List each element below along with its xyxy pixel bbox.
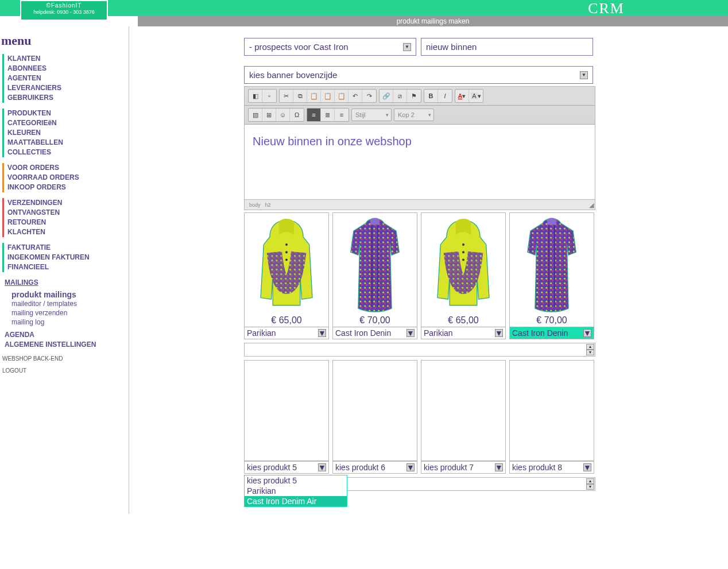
dropdown-option[interactable]: Cast Iron Denim Air [245, 496, 347, 506]
link-icon[interactable]: 🔗 [380, 90, 393, 102]
chevron-down-icon: ▼ [403, 43, 411, 51]
empty-product-slot [509, 360, 594, 461]
sidebar-item-klachten[interactable]: KLACHTEN [7, 227, 126, 237]
undo-icon[interactable]: ↶ [348, 90, 362, 102]
product-image [510, 213, 594, 314]
specialchar-icon[interactable]: Ω [290, 109, 304, 121]
product-row-1: € 65,00Parikian▼€ 70,00Cast Iron Denin▼€… [244, 212, 728, 339]
unlink-icon[interactable]: ⧄ [393, 90, 407, 102]
product-select-empty[interactable]: kies produkt 8▼ [509, 461, 594, 474]
sidebar-item-mailings[interactable]: MAILINGS [5, 278, 126, 288]
product-select[interactable]: Parikian▼ [245, 327, 328, 339]
dropdown-option[interactable]: kies produkt 5 [245, 475, 347, 486]
image-icon[interactable]: ▧ [249, 109, 262, 121]
sidebar-item-klanten[interactable]: KLANTEN [7, 54, 126, 64]
sidebar-item-produkten[interactable]: PRODUKTEN [7, 109, 126, 118]
sidebar-item-gebruikers[interactable]: GEBRUIKERS [7, 93, 126, 103]
product-select[interactable]: Cast Iron Denin▼ [333, 327, 417, 339]
sidebar-item-agenten[interactable]: AGENTEN [7, 73, 126, 83]
format-select[interactable]: Kop 2 [394, 109, 434, 121]
sidebar-item-agenda[interactable]: AGENDA [5, 330, 126, 340]
chevron-down-icon: ▼ [495, 329, 503, 337]
brand-helpdesk: helpdesk: 0930 - 303 3876 [21, 9, 107, 15]
product-card: € 70,00Cast Iron Denin▼ [332, 212, 417, 339]
step-down-icon[interactable]: ▼ [586, 484, 594, 490]
sidebar-item-collecties[interactable]: COLLECTIES [7, 148, 126, 157]
paste-text-icon[interactable]: 📋 [321, 90, 335, 102]
sidebar-item-ingekomen-fakturen[interactable]: INGEKOMEN FAKTUREN [7, 253, 126, 262]
dropdown-option[interactable]: Parikian [245, 486, 347, 496]
bgcolor-icon[interactable]: A▾ [469, 90, 483, 102]
product-select-value: kies produkt 8 [512, 463, 562, 472]
italic-icon[interactable]: I [438, 90, 452, 102]
brand-box: ©FashionIT helpdesk: 0930 - 303 3876 [20, 0, 108, 21]
smiley-icon[interactable]: ☺ [276, 109, 290, 121]
sidebar-item-verzendingen[interactable]: VERZENDINGEN [7, 198, 126, 208]
sidebar-sub-mailing-log[interactable]: mailing log [11, 318, 126, 327]
sidebar-item-fakturatie[interactable]: FAKTURATIE [7, 243, 126, 253]
step-down-icon[interactable]: ▼ [586, 350, 594, 355]
sidebar-item-financieel[interactable]: FINANCIEEL [7, 262, 126, 272]
sidebar-item-algemene-instellingen[interactable]: ALGEMENE INSTELLINGEN [5, 340, 126, 350]
product-card: € 65,00Parikian▼ [421, 212, 506, 339]
sidebar-item-logout[interactable]: LOGOUT [2, 367, 126, 374]
redo-icon[interactable]: ↷ [362, 90, 376, 102]
editor-toolbar-row2: ▧ ⊞ ☺ Ω ≡ ≣ ≡ Stijl Kop 2 [245, 106, 595, 125]
copy-icon[interactable]: ⧉ [293, 90, 307, 102]
subject-input[interactable] [421, 38, 593, 56]
product-select-empty[interactable]: kies produkt 5▼ [244, 461, 329, 474]
product-select[interactable]: Cast Iron Denin▼ [510, 327, 594, 339]
table-icon[interactable]: ⊞ [262, 109, 276, 121]
prospects-select[interactable]: - prospects voor Cast Iron ▼ [244, 38, 416, 56]
sidebar-sub-produkt-mailings[interactable]: produkt mailings [11, 290, 126, 299]
resize-handle-icon[interactable]: ◢ [589, 202, 594, 209]
align-center-icon[interactable]: ≣ [321, 109, 335, 121]
sidebar-item-abonnees[interactable]: ABONNEES [7, 64, 126, 73]
sidebar-item-categorieen[interactable]: CATEGORIEëN [7, 118, 126, 128]
product-select-empty[interactable]: kies produkt 6▼ [332, 461, 417, 474]
product-select[interactable]: Parikian▼ [421, 327, 505, 339]
paste-icon[interactable]: 📋 [307, 90, 321, 102]
editor-path-body[interactable]: body [249, 202, 261, 208]
sidebar-item-webshop-backend[interactable]: WEBSHOP BACK-END [2, 355, 126, 362]
empty-product-slot [332, 360, 417, 461]
sidebar-item-maattabellen[interactable]: MAATTABELLEN [7, 138, 126, 148]
product-select-value: Parikian [424, 328, 453, 338]
sidebar-item-voor-orders[interactable]: VOOR ORDERS [7, 163, 126, 173]
product-image [421, 213, 505, 314]
banner-select[interactable]: kies banner bovenzijde ▼ [244, 66, 593, 84]
sidebar-item-inkoop-orders[interactable]: INKOOP ORDERS [7, 183, 126, 192]
product-price: € 70,00 [510, 314, 594, 327]
sidebar-item-voorraad-orders[interactable]: VOORRAAD ORDERS [7, 173, 126, 183]
paste-word-icon[interactable]: 📋 [335, 90, 348, 102]
product-select-dropdown[interactable]: kies produkt 5ParikianCast Iron Denim Ai… [244, 475, 347, 507]
editor-path-h2[interactable]: h2 [265, 202, 271, 208]
anchor-icon[interactable]: ⚑ [407, 90, 421, 102]
step-up-icon[interactable]: ▲ [586, 478, 594, 484]
cut-icon[interactable]: ✂ [280, 90, 293, 102]
sidebar-item-kleuren[interactable]: KLEUREN [7, 128, 126, 138]
editor-path-bar: body h2 ◢ [245, 199, 595, 210]
step-up-icon[interactable]: ▲ [586, 344, 594, 350]
source-icon[interactable]: ◧ [249, 90, 262, 102]
sidebar-sub-mailing-verzenden[interactable]: mailing verzenden [11, 308, 126, 318]
align-left-icon[interactable]: ≡ [307, 109, 321, 121]
product-select-empty[interactable]: kies produkt 7▼ [421, 461, 506, 474]
chevron-down-icon: ▼ [495, 463, 503, 471]
style-select[interactable]: Stijl [351, 109, 392, 121]
newpage-icon[interactable]: ▫ [262, 90, 276, 102]
brand-name: ©FashionIT [47, 2, 82, 9]
app-title: CRM [588, 0, 625, 17]
align-right-icon[interactable]: ≡ [335, 109, 348, 121]
sidebar-sub-maileditor[interactable]: maileditor / templates [11, 299, 126, 308]
prospects-value: - prospects voor Cast Iron [249, 42, 348, 52]
middle-text-input[interactable]: ▲▼ [244, 343, 595, 357]
sidebar-item-leveranciers[interactable]: LEVERANCIERS [7, 83, 126, 93]
sidebar-item-ontvangsten[interactable]: ONTVANGSTEN [7, 208, 126, 218]
textcolor-icon[interactable]: A▾ [455, 90, 469, 102]
bold-icon[interactable]: B [424, 90, 438, 102]
editor-body[interactable]: Nieuw binnen in onze webshop [245, 125, 595, 199]
chevron-down-icon: ▼ [583, 329, 591, 337]
sidebar-item-retouren[interactable]: RETOUREN [7, 218, 126, 227]
product-row-2-selects: kies produkt 5▼kies produkt 6▼kies produ… [244, 461, 728, 474]
